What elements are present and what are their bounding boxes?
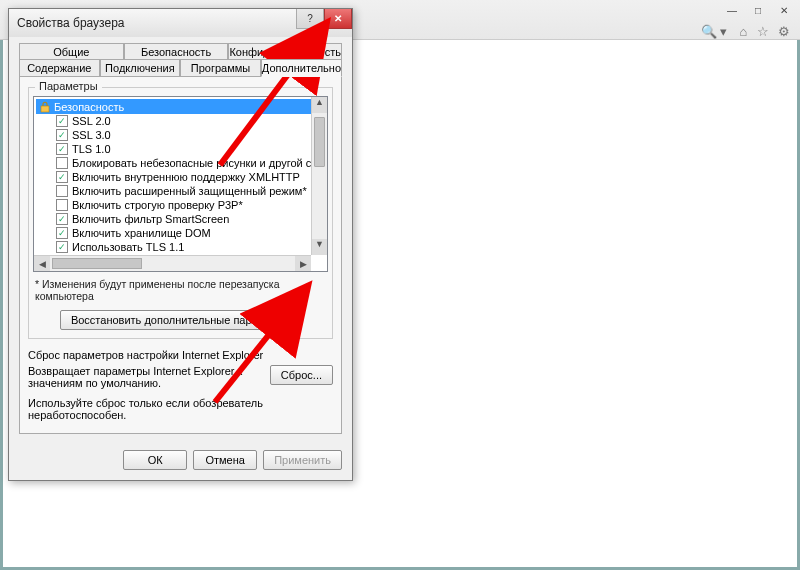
- option-label: TLS 1.0: [72, 142, 111, 156]
- maximize-icon[interactable]: □: [750, 5, 766, 19]
- option-label: Включить расширенный защищенный режим*: [72, 184, 307, 198]
- option-label: Включить хранилище DOM: [72, 226, 211, 240]
- option-row[interactable]: Включить расширенный защищенный режим*: [36, 184, 311, 198]
- option-label: SSL 3.0: [72, 128, 111, 142]
- scroll-up-icon[interactable]: ▲: [312, 97, 327, 113]
- restore-defaults-button[interactable]: Восстановить дополнительные параметры: [60, 310, 301, 330]
- option-label: Блокировать небезопасные рисунки и друго…: [72, 156, 311, 170]
- scroll-thumb[interactable]: [314, 117, 325, 167]
- svg-rect-0: [41, 106, 49, 112]
- horizontal-scrollbar[interactable]: ◀ ▶: [34, 255, 311, 271]
- scroll-down-icon[interactable]: ▼: [312, 239, 327, 255]
- tab-panel-advanced: Параметры БезопасностьSSL 2.0SSL 3.0TLS …: [19, 76, 342, 434]
- help-button[interactable]: ?: [296, 9, 324, 29]
- option-row[interactable]: Включить строгую проверку P3P*: [36, 198, 311, 212]
- dialog-title: Свойства браузера: [17, 16, 125, 30]
- tab-content[interactable]: Содержание: [19, 59, 100, 77]
- hscroll-thumb[interactable]: [52, 258, 142, 269]
- settings-tree[interactable]: БезопасностьSSL 2.0SSL 3.0TLS 1.0Блокиро…: [33, 96, 328, 272]
- reset-description: Возвращает параметры Internet Explorer к…: [28, 365, 262, 389]
- checkbox[interactable]: [56, 143, 68, 155]
- home-icon[interactable]: ⌂: [739, 24, 747, 39]
- reset-header: Сброс параметров настройки Internet Expl…: [28, 349, 333, 361]
- lock-icon: [38, 100, 51, 113]
- checkbox[interactable]: [56, 199, 68, 211]
- ok-button[interactable]: ОК: [123, 450, 187, 470]
- checkbox[interactable]: [56, 115, 68, 127]
- settings-fieldset: Параметры БезопасностьSSL 2.0SSL 3.0TLS …: [28, 87, 333, 339]
- option-label: SSL 2.0: [72, 114, 111, 128]
- internet-options-dialog: Свойства браузера ? ✕ Общие Безопасность…: [8, 8, 353, 481]
- browser-toolbar: 🔍 ▾ ⌂ ☆ ⚙: [701, 24, 790, 39]
- restart-note: * Изменения будут применены после переза…: [35, 278, 326, 302]
- tab-programs[interactable]: Программы: [180, 59, 261, 77]
- option-label: Включить строгую проверку P3P*: [72, 198, 243, 212]
- tab-security[interactable]: Безопасность: [124, 43, 229, 60]
- checkbox[interactable]: [56, 129, 68, 141]
- tabs: Общие Безопасность Конфиденциальность Со…: [19, 43, 342, 77]
- tab-general[interactable]: Общие: [19, 43, 124, 60]
- option-row[interactable]: SSL 3.0: [36, 128, 311, 142]
- checkbox[interactable]: [56, 241, 68, 253]
- option-label: Включить внутреннюю поддержку XMLHTTP: [72, 170, 300, 184]
- option-row[interactable]: SSL 2.0: [36, 114, 311, 128]
- checkbox[interactable]: [56, 213, 68, 225]
- scroll-left-icon[interactable]: ◀: [34, 256, 50, 271]
- reset-button[interactable]: Сброс...: [270, 365, 333, 385]
- apply-button[interactable]: Применить: [263, 450, 342, 470]
- close-button[interactable]: ✕: [324, 9, 352, 29]
- option-label: Включить фильтр SmartScreen: [72, 212, 229, 226]
- favorites-icon[interactable]: ☆: [757, 24, 769, 39]
- tab-advanced[interactable]: Дополнительно: [261, 59, 342, 77]
- category-label: Безопасность: [54, 101, 124, 113]
- scroll-right-icon[interactable]: ▶: [295, 256, 311, 271]
- window-controls: — □ ✕: [724, 5, 792, 19]
- dialog-titlebar[interactable]: Свойства браузера ? ✕: [9, 9, 352, 37]
- checkbox[interactable]: [56, 171, 68, 183]
- option-label: Использовать TLS 1.1: [72, 240, 184, 254]
- checkbox[interactable]: [56, 227, 68, 239]
- option-row[interactable]: TLS 1.0: [36, 142, 311, 156]
- reset-section: Сброс параметров настройки Internet Expl…: [28, 349, 333, 421]
- option-row[interactable]: Блокировать небезопасные рисунки и друго…: [36, 156, 311, 170]
- minimize-icon[interactable]: —: [724, 5, 740, 19]
- checkbox[interactable]: [56, 157, 68, 169]
- option-row[interactable]: Использовать TLS 1.1: [36, 240, 311, 254]
- search-icon[interactable]: 🔍 ▾: [701, 24, 728, 39]
- option-row[interactable]: Включить хранилище DOM: [36, 226, 311, 240]
- dialog-buttons: ОК Отмена Применить: [9, 442, 352, 480]
- checkbox[interactable]: [56, 185, 68, 197]
- tab-privacy[interactable]: Конфиденциальность: [228, 43, 342, 60]
- category-security[interactable]: Безопасность: [36, 99, 311, 114]
- vertical-scrollbar[interactable]: ▲ ▼: [311, 97, 327, 255]
- tab-connections[interactable]: Подключения: [100, 59, 181, 77]
- option-row[interactable]: Включить фильтр SmartScreen: [36, 212, 311, 226]
- reset-hint: Используйте сброс только если обозревате…: [28, 397, 333, 421]
- settings-legend: Параметры: [35, 80, 102, 92]
- option-row[interactable]: Включить внутреннюю поддержку XMLHTTP: [36, 170, 311, 184]
- tools-icon[interactable]: ⚙: [778, 24, 790, 39]
- cancel-button[interactable]: Отмена: [193, 450, 257, 470]
- close-icon[interactable]: ✕: [776, 5, 792, 19]
